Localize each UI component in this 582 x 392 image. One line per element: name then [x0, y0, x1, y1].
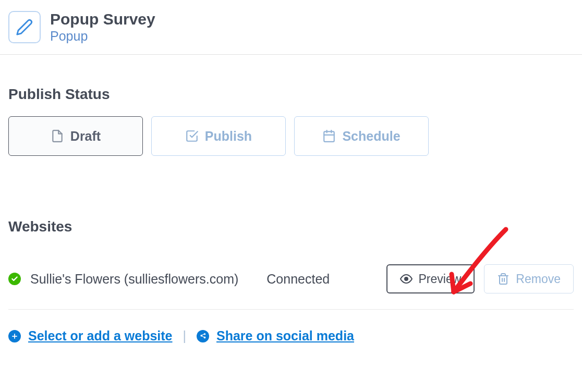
websites-heading: Websites [8, 218, 574, 235]
pencil-icon [16, 18, 33, 36]
svg-rect-0 [324, 131, 335, 142]
preview-button[interactable]: Preview [386, 264, 475, 293]
draft-label: Draft [70, 129, 101, 144]
share-label: Share on social media [216, 328, 354, 344]
eye-icon [400, 273, 413, 285]
file-icon [51, 129, 64, 143]
publish-status-heading: Publish Status [8, 86, 574, 103]
page-title: Popup Survey [50, 10, 155, 28]
check-circle-icon [8, 273, 21, 285]
links-row: Select or add a website | Share on socia… [8, 328, 574, 344]
link-divider: | [183, 328, 187, 344]
plus-circle-icon [8, 330, 21, 342]
preview-label: Preview [419, 272, 462, 286]
website-name: Sullie's Flowers (sulliesflowers.com) [30, 272, 238, 287]
page-subtitle: Popup [50, 29, 155, 44]
check-square-icon [185, 129, 199, 143]
popup-type-icon-box [8, 11, 41, 43]
trash-icon [497, 273, 510, 285]
add-website-label: Select or add a website [28, 328, 173, 344]
title-block: Popup Survey Popup [50, 10, 155, 44]
publish-status-buttons: Draft Publish Schedule [8, 116, 574, 156]
svg-point-4 [405, 277, 408, 280]
calendar-icon [322, 129, 336, 143]
remove-button[interactable]: Remove [484, 264, 574, 293]
schedule-button[interactable]: Schedule [294, 116, 429, 156]
schedule-label: Schedule [342, 129, 400, 144]
publish-label: Publish [205, 129, 252, 144]
remove-label: Remove [516, 272, 561, 286]
website-row: Sullie's Flowers (sulliesflowers.com) Co… [8, 249, 574, 310]
publish-button[interactable]: Publish [151, 116, 286, 156]
add-website-link[interactable]: Select or add a website [8, 328, 173, 344]
website-status: Connected [266, 272, 330, 287]
share-link[interactable]: Share on social media [197, 328, 354, 344]
share-circle-icon [197, 330, 209, 342]
draft-button[interactable]: Draft [8, 116, 143, 156]
header: Popup Survey Popup [0, 0, 582, 55]
